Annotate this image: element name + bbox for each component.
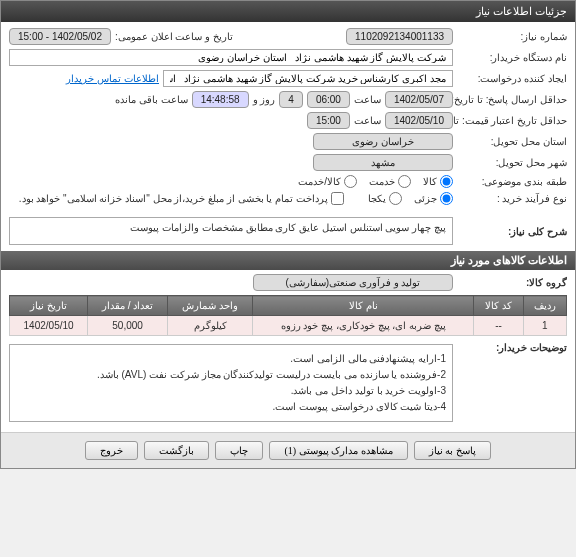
respond-button[interactable]: پاسخ به نیاز (414, 441, 491, 460)
content-area: شماره نیاز: 1102092134001133 تاریخ و ساع… (1, 22, 575, 432)
table-header: ردیف (523, 296, 566, 316)
creator-input[interactable] (163, 70, 453, 87)
payment-checkbox[interactable]: پرداخت تمام یا بخشی از مبلغ خرید،از محل … (19, 192, 344, 205)
city-label: شهر محل تحویل: (457, 157, 567, 168)
exit-button[interactable]: خروج (85, 441, 138, 460)
table-cell: 50,000 (88, 316, 168, 336)
note-line: 2-فروشنده یا سازنده می بایست درلیست تولی… (16, 367, 446, 383)
province-label: استان محل تحویل: (457, 136, 567, 147)
table-header: تعداد / مقدار (88, 296, 168, 316)
valid-time: 15:00 (307, 112, 350, 129)
desc-value: پیچ چهار سویی استنلس استیل عایق کاری مطا… (9, 217, 453, 245)
province-value: خراسان رضوی (313, 133, 453, 150)
announce-value: 1402/05/02 - 15:00 (9, 28, 111, 45)
announce-label: تاریخ و ساعت اعلان عمومی: (115, 31, 233, 42)
table-header: تاریخ نیاز (10, 296, 88, 316)
table-header: واحد شمارش (167, 296, 252, 316)
buyer-notes: 1-ارایه پیشنهادفنی مالی الزامی است.2-فرو… (9, 344, 453, 422)
days-label: روز و (253, 94, 276, 105)
attachments-button[interactable]: مشاهده مدارک پیوستی (1) (269, 441, 407, 460)
items-header: اطلاعات کالاهای مورد نیاز (1, 251, 575, 270)
proc-partial-radio[interactable]: جزئی (414, 192, 453, 205)
days-value: 4 (279, 91, 303, 108)
valid-date: 1402/05/10 (385, 112, 453, 129)
creator-label: ایجاد کننده درخواست: (457, 73, 567, 84)
table-cell: پیچ ضربه ای، پیچ خودکاری، پیچ خود رزوه (253, 316, 474, 336)
proc-full-radio[interactable]: یکجا (368, 192, 402, 205)
titlebar: جزئیات اطلاعات نیاز (1, 1, 575, 22)
buyer-notes-label: توضیحات خریدار: (457, 342, 567, 353)
table-header: کد کالا (474, 296, 523, 316)
deadline-date: 1402/05/07 (385, 91, 453, 108)
req-no-value: 1102092134001133 (346, 28, 453, 45)
city-value: مشهد (313, 154, 453, 171)
deadline-label: حداقل ارسال پاسخ: تا تاریخ: (457, 94, 567, 105)
window: جزئیات اطلاعات نیاز شماره نیاز: 11020921… (0, 0, 576, 469)
time-label-2: ساعت (354, 115, 381, 126)
note-line: 3-اولویت خرید با تولید داخل می باشد. (16, 383, 446, 399)
process-group: جزئی یکجا (368, 192, 453, 205)
time-label-1: ساعت (354, 94, 381, 105)
footer: پاسخ به نیاز مشاهده مدارک پیوستی (1) چاپ… (1, 432, 575, 468)
print-button[interactable]: چاپ (215, 441, 263, 460)
back-button[interactable]: بازگشت (144, 441, 209, 460)
req-no-label: شماره نیاز: (457, 31, 567, 42)
note-line: 1-ارایه پیشنهادفنی مالی الزامی است. (16, 351, 446, 367)
desc-label: شرح کلی نیاز: (457, 226, 567, 237)
category-group: کالا خدمت کالا/خدمت (298, 175, 453, 188)
table-row[interactable]: 1--پیچ ضربه ای، پیچ خودکاری، پیچ خود رزو… (10, 316, 567, 336)
category-label: طبقه بندی موضوعی: (457, 176, 567, 187)
buyer-label: نام دستگاه خریدار: (457, 52, 567, 63)
note-line: 4-دیتا شیت کالای درخواستی پیوست است. (16, 399, 446, 415)
contact-link[interactable]: اطلاعات تماس خریدار (66, 73, 159, 84)
items-table: ردیفکد کالانام کالاواحد شمارشتعداد / مقد… (9, 295, 567, 336)
table-cell: 1402/05/10 (10, 316, 88, 336)
deadline-time: 06:00 (307, 91, 350, 108)
process-label: نوع فرآیند خرید : (457, 193, 567, 204)
table-cell: کیلوگرم (167, 316, 252, 336)
cat-khadmat-radio[interactable]: خدمت (369, 175, 411, 188)
group-value: تولید و فرآوری صنعتی(سفارشی) (253, 274, 453, 291)
cat-both-radio[interactable]: کالا/خدمت (298, 175, 357, 188)
table-header: نام کالا (253, 296, 474, 316)
valid-label: حداقل تاریخ اعتبار قیمت: تا تاریخ: (457, 115, 567, 126)
group-label: گروه کالا: (457, 277, 567, 288)
buyer-input[interactable] (9, 49, 453, 66)
countdown: 14:48:58 (192, 91, 249, 108)
window-title: جزئیات اطلاعات نیاز (476, 5, 567, 17)
table-cell: -- (474, 316, 523, 336)
table-cell: 1 (523, 316, 566, 336)
cat-kala-radio[interactable]: کالا (423, 175, 453, 188)
remaining-label: ساعت باقی مانده (115, 94, 188, 105)
